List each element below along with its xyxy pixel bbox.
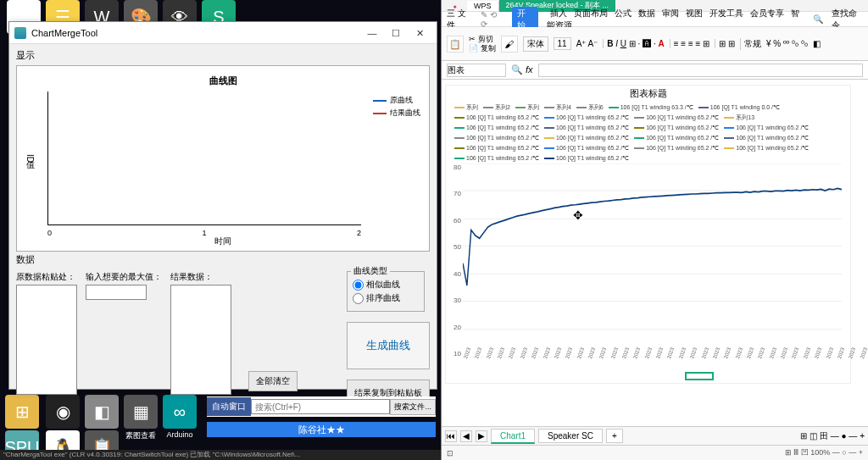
curve-type-group: 曲线类型 相似曲线 排序曲线 [347,271,425,312]
curve-type-label: 曲线类型 [351,265,390,277]
xlabel: 时间 [214,236,231,247]
wps-window: ⬥ WPS 264V Speaker locked - 副本 ... 三 文件 … [441,0,868,460]
menu-item[interactable]: 开发工具 [709,8,743,18]
formula-input[interactable] [538,64,863,77]
menu-item[interactable]: 审阅 [662,8,679,18]
maximize-button[interactable]: ☐ [384,25,408,42]
wps-ribbon: 📋 ✂ 剪切 📄 复制 🖌 宋体 11 A⁺ A⁻ B I U ⊞ · 🅰 · … [442,27,868,61]
menu-item[interactable]: 会员专享 [750,8,784,18]
sheet-tab-speaker[interactable]: Speaker SC [538,429,603,443]
cell-ref-input[interactable] [447,64,506,77]
sheet-tabs: ⏮ ◀ ▶ Chart1 Speaker SC + ⊞ ◫ 田 — ● — + [442,426,868,445]
wps-plot [463,163,842,357]
chartmergetool-window: ChartMergeTool — ☐ ✕ 显示 曲线图 原曲线 结果曲线 值ID… [8,21,437,390]
data-section-label: 数据 [16,253,430,266]
paste-icon[interactable]: 📋 [447,36,464,53]
clear-button[interactable]: 全部清空 [248,371,298,391]
search-file-button[interactable]: 搜索文件... [390,399,436,415]
xticks: 0 1 2 [47,229,361,237]
menu-item[interactable]: 插入 [550,8,567,18]
menu-item[interactable]: 页面布局 [574,8,608,18]
search-toolbar: 自动窗口 搜索文件... [207,396,436,417]
chart-title: 曲线图 [24,75,422,87]
max-input[interactable] [86,285,147,300]
radio-sort[interactable] [353,293,364,304]
chart-canvas [47,91,361,225]
menu-item[interactable]: 视图 [686,8,703,18]
menu-item[interactable]: 数据 [638,8,655,18]
src-label: 原数据粘贴处： [16,271,77,283]
wps-chart-title: 图表标题 [446,86,850,102]
result-textarea[interactable] [170,285,231,395]
generate-button[interactable]: 生成曲线 [347,322,430,369]
vs-output-bar: "CharMergaTool exe" (CLR v4.0.30319: Cha… [0,450,441,460]
search-input[interactable] [251,399,390,414]
formula-bar: 🔍 fx [442,61,868,80]
wps-status-bar: ⊡ ⊞ Ⅲ 凹 100% — ○ — + [442,445,868,460]
chart-legend: 原曲线 结果曲线 [373,95,420,120]
radio-similar[interactable] [353,280,364,291]
wps-yticks: 8070605040302010 [448,163,461,357]
wps-xticks: 2023202320232023202320232023202320232023… [463,357,842,373]
sheet-nav-next[interactable]: ▶ [476,430,487,442]
app-icon [14,27,26,39]
app-title: ChartMergeTool [31,28,97,38]
max-label: 输入想要的最大值： [86,271,162,283]
resize-handle[interactable] [685,372,714,380]
format-painter-icon[interactable]: 🖌 [501,36,518,53]
result-label: 结果数据： [170,271,231,283]
wps-menu: 三 文件 ✎ ⟲ ⟳ 开始 插入页面布局公式数据审阅视图开发工具会员专享智能资源… [442,12,868,27]
sheet-tab-chart1[interactable]: Chart1 [491,429,535,444]
chart-box: 曲线图 原曲线 结果曲线 值ID 0 1 2 时间 [16,65,430,252]
close-button[interactable]: ✕ [408,25,431,42]
src-textarea[interactable] [16,285,77,395]
wps-chart-area[interactable]: 图表标题 系列系列2系列系列4系列6106 [Q] T1 winding 63.… [442,80,868,426]
video-author-bar: 陈谷社★★ [207,422,436,437]
titlebar[interactable]: ChartMergeTool — ☐ ✕ [9,22,437,44]
sheet-nav-prev[interactable]: ◀ [460,430,472,442]
display-section-label: 显示 [16,49,430,62]
legend-1: 原曲线 [390,95,413,106]
sheet-add-button[interactable]: + [606,429,623,443]
sheet-nav-first[interactable]: ⏮ [445,430,457,442]
ylabel: 值ID [24,154,36,163]
desktop: ✎☰W🎨👁S⊞◉Steam◧RPCMV▦素图查看∞ArduinoSPUCoral… [0,0,868,460]
menu-item[interactable]: 公式 [615,8,632,18]
search-label: 自动窗口 [207,397,251,416]
size-select[interactable]: 11 [554,37,571,50]
wps-chart-legend: 系列系列2系列系列4系列6106 [Q] T1 winding 63.3 /℃1… [446,102,850,164]
minimize-button[interactable]: — [360,25,384,42]
font-select[interactable]: 宋体 [523,36,548,52]
view-controls[interactable]: ⊞ ◫ 田 — ● — + [800,430,865,442]
legend-2: 结果曲线 [390,108,420,119]
